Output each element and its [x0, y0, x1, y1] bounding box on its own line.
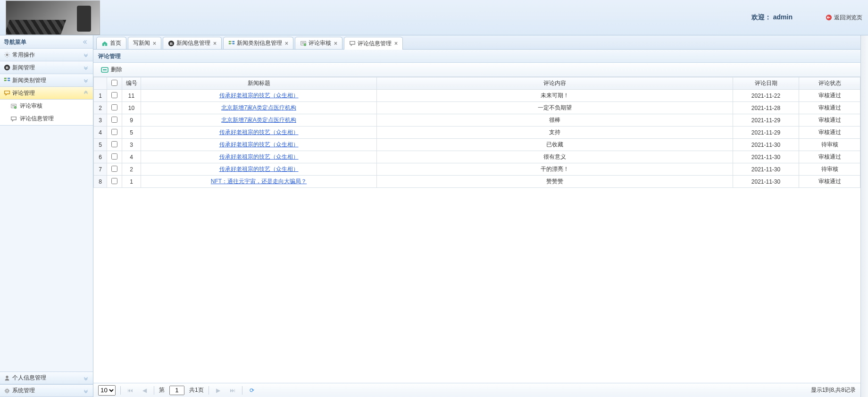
col-0[interactable]: 编号: [122, 77, 141, 90]
svg-rect-7: [8, 80, 10, 81]
chevron-down-icon: [83, 388, 89, 394]
tab-close-5[interactable]: ×: [394, 40, 398, 47]
sidebar-section-0[interactable]: 常用操作: [0, 49, 93, 61]
username: admin: [773, 13, 793, 21]
tab-4[interactable]: 评论审核×: [295, 37, 342, 49]
gear-icon: [4, 51, 10, 58]
page-info: 显示1到8,共8记录: [811, 386, 856, 394]
row-check[interactable]: [111, 153, 117, 160]
col-3[interactable]: 评论日期: [733, 77, 799, 90]
page-input[interactable]: [169, 386, 184, 395]
svg-rect-14: [229, 41, 231, 42]
sidebar-title[interactable]: 导航菜单: [0, 35, 93, 49]
back-icon: [826, 14, 832, 21]
sidebar-section-2[interactable]: 新闻类别管理: [0, 74, 93, 87]
delete-button[interactable]: 删除: [98, 64, 125, 75]
page-prefix: 第: [159, 386, 165, 394]
chevron-down-icon: [83, 77, 89, 84]
welcome-prefix: 欢迎：: [751, 13, 771, 21]
table-row[interactable]: 39北京新增7家A类定点医疗机构很棒2021-11-29审核通过: [94, 114, 860, 127]
blog-icon: B: [4, 64, 10, 71]
tab-close-2[interactable]: ×: [213, 40, 217, 47]
news-title-link[interactable]: 传承好老祖宗的技艺（众生相）: [219, 92, 299, 99]
sidebar-bottom-1[interactable]: 系统管理: [0, 384, 93, 397]
blog-icon: B: [168, 40, 175, 47]
chat-o-icon: [10, 116, 17, 122]
table-row[interactable]: 45传承好老祖宗的技艺（众生相）支持2021-11-29审核通过: [94, 127, 860, 139]
row-check[interactable]: [111, 104, 117, 110]
svg-rect-17: [233, 43, 234, 44]
chevron-up-icon: [83, 90, 89, 96]
prev-page-button[interactable]: ◀: [140, 386, 149, 395]
main: 首页写新闻×B新闻信息管理×新闻类别信息管理×评论审核×评论信息管理× 评论管理…: [93, 35, 860, 397]
svg-text:B: B: [6, 66, 8, 70]
sidebar-section-1[interactable]: B新闻管理: [0, 61, 93, 74]
accordion: 常用操作B新闻管理新闻类别管理评论管理评论审核评论信息管理: [0, 49, 93, 372]
col-4[interactable]: 评论状态: [799, 77, 860, 90]
table-row[interactable]: 53传承好老祖宗的技艺（众生相）已收藏2021-11-30待审核: [94, 139, 860, 151]
row-check[interactable]: [111, 141, 117, 147]
collapse-icon: [83, 39, 89, 45]
news-title-link[interactable]: 传承好老祖宗的技艺（众生相）: [219, 141, 299, 148]
first-page-button[interactable]: ⏮: [125, 386, 135, 395]
delete-icon: [101, 67, 108, 73]
svg-point-10: [6, 375, 8, 378]
svg-rect-5: [4, 80, 6, 81]
scrollbar[interactable]: [860, 35, 868, 397]
row-check[interactable]: [111, 178, 117, 184]
next-page-button[interactable]: ▶: [214, 386, 223, 395]
row-check[interactable]: [111, 166, 117, 172]
table-row[interactable]: 210北京新增7家A类定点医疗机构一定不负期望2021-11-28审核通过: [94, 102, 860, 114]
tab-2[interactable]: B新闻信息管理×: [163, 37, 222, 49]
tree-icon: [4, 77, 10, 84]
tab-1[interactable]: 写新闻×: [128, 37, 161, 49]
delete-label: 删除: [111, 66, 122, 74]
svg-rect-4: [4, 78, 6, 79]
table-row[interactable]: 72传承好老祖宗的技艺（众生相）干的漂亮！2021-11-30待审核: [94, 163, 860, 176]
last-page-button[interactable]: ⏭: [228, 386, 237, 395]
table-row[interactable]: 64传承好老祖宗的技艺（众生相）很有意义2021-11-30审核通过: [94, 151, 860, 163]
col-2[interactable]: 评论内容: [377, 77, 733, 90]
table-row[interactable]: 111传承好老祖宗的技艺（众生相）未来可期！2021-11-22审核通过: [94, 90, 860, 102]
news-title-link[interactable]: NFT：通往元宇宙，还是走向大骗局？: [211, 178, 307, 185]
chevron-down-icon: [83, 375, 89, 381]
row-check[interactable]: [111, 117, 117, 123]
sidebar-bottom-0[interactable]: 个人信息管理: [0, 372, 93, 384]
welcome-text: 欢迎： admin: [751, 13, 793, 22]
tab-close-4[interactable]: ×: [334, 40, 337, 47]
sidebar-title-label: 导航菜单: [4, 35, 26, 49]
news-title-link[interactable]: 传承好老祖宗的技艺（众生相）: [219, 129, 299, 135]
svg-rect-16: [233, 41, 234, 42]
tab-0[interactable]: 首页: [96, 37, 126, 49]
back-link[interactable]: 返回浏览页: [826, 14, 862, 22]
cog-icon: [4, 388, 10, 394]
refresh-button[interactable]: ⟳: [247, 386, 257, 395]
news-title-link[interactable]: 北京新增7家A类定点医疗机构: [221, 117, 296, 123]
tab-close-1[interactable]: ×: [153, 40, 156, 47]
sidebar: 导航菜单 常用操作B新闻管理新闻类别管理评论管理评论审核评论信息管理 个人信息管…: [0, 35, 93, 397]
home-icon: [101, 40, 108, 47]
tab-5[interactable]: 评论信息管理×: [344, 37, 403, 50]
sidebar-section-3[interactable]: 评论管理: [0, 87, 93, 100]
row-check[interactable]: [111, 92, 117, 98]
pager: 10 ⏮ ◀ 第 共1页 ▶ ⏭ ⟳ 显示1到8,共8记录: [93, 383, 860, 397]
svg-rect-15: [229, 43, 231, 44]
panel-title: 评论管理: [93, 50, 860, 63]
chat-icon: [4, 90, 10, 96]
check-all[interactable]: [111, 80, 117, 86]
toolbar: 删除: [93, 63, 860, 77]
sidebar-item-3-0[interactable]: 评论审核: [0, 100, 93, 112]
col-1[interactable]: 新闻标题: [141, 77, 377, 90]
news-title-link[interactable]: 传承好老祖宗的技艺（众生相）: [219, 153, 299, 160]
sidebar-item-3-1[interactable]: 评论信息管理: [0, 112, 93, 125]
news-title-link[interactable]: 北京新增7家A类定点医疗机构: [221, 104, 296, 111]
tab-3[interactable]: 新闻类别信息管理×: [223, 37, 293, 49]
tab-bar: 首页写新闻×B新闻信息管理×新闻类别信息管理×评论审核×评论信息管理×: [93, 35, 860, 50]
row-check[interactable]: [111, 129, 117, 135]
news-title-link[interactable]: 传承好老祖宗的技艺（众生相）: [219, 166, 299, 172]
chevron-down-icon: [83, 51, 89, 58]
svg-rect-6: [8, 78, 10, 79]
table-row[interactable]: 81NFT：通往元宇宙，还是走向大骗局？赞赞赞2021-11-30审核通过: [94, 176, 860, 188]
tab-close-3[interactable]: ×: [285, 40, 288, 47]
page-size-select[interactable]: 10: [98, 385, 116, 396]
